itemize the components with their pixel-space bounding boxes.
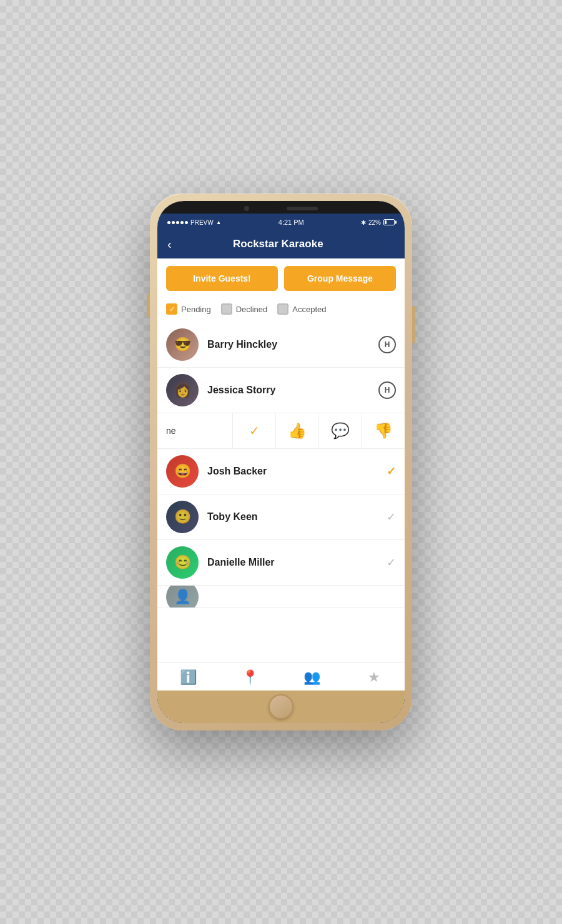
guest-row-danielle[interactable]: 😊 Danielle Miller ✓ xyxy=(157,540,405,586)
guest-name-toby: Toby Keen xyxy=(207,511,387,523)
star-icon: ★ xyxy=(368,669,380,686)
guest-row-toby[interactable]: 🙂 Toby Keen ✓ xyxy=(157,494,405,540)
guest-row-barry[interactable]: 😎 Barry Hinckley H xyxy=(157,322,405,368)
status-check-josh: ✓ xyxy=(387,464,396,478)
avatar-danielle: 😊 xyxy=(166,546,199,579)
thumbdown-icon: 👎 xyxy=(374,422,393,440)
status-left: PREVW ▲ xyxy=(167,219,222,226)
guest-name-barry: Barry Hinckley xyxy=(207,339,378,350)
guest-row-partial: 👤 xyxy=(157,586,405,608)
accepted-label: Accepted xyxy=(292,305,326,314)
bluetooth-icon: ✱ xyxy=(361,219,366,226)
status-h-jessica: H xyxy=(378,381,396,399)
action-swipe-row: ne ✓ 👍 💬 xyxy=(157,413,405,449)
bottom-nav: ℹ️ 📍 👥 ★ xyxy=(157,662,405,691)
people-icon: 👥 xyxy=(303,669,320,686)
avatar-barry: 😎 xyxy=(166,328,199,361)
filter-accepted[interactable]: Accepted xyxy=(277,303,326,315)
carrier-label: PREVW xyxy=(190,219,214,226)
status-right: ✱ 22% xyxy=(361,219,395,226)
guest-name-jessica: Jessica Storry xyxy=(207,385,378,396)
location-icon: 📍 xyxy=(242,669,259,686)
action-thumbup-button[interactable]: 👍 xyxy=(275,413,318,448)
avatar-jessica: 👩 xyxy=(166,374,199,406)
page-title: Rockstar Karaoke xyxy=(177,238,380,250)
battery-pct: 22% xyxy=(368,219,381,226)
home-button[interactable] xyxy=(269,694,293,719)
phone-device: PREVW ▲ 4:21 PM ✱ 22% ‹ Rockstar xyxy=(150,194,412,730)
guest-name-josh: Josh Backer xyxy=(207,466,387,477)
declined-label: Declined xyxy=(236,305,268,314)
declined-checkbox[interactable] xyxy=(221,303,232,315)
nav-item-people[interactable]: 👥 xyxy=(281,669,343,686)
action-buttons-row: Invite Guests! Group Message xyxy=(157,258,405,298)
nav-item-location[interactable]: 📍 xyxy=(219,669,281,686)
avatar-partial: 👤 xyxy=(166,586,199,608)
phone-top-bar xyxy=(157,201,405,214)
swipe-action-buttons: ✓ 👍 💬 👎 xyxy=(232,413,405,448)
battery-icon xyxy=(383,219,395,225)
guest-row-jessica[interactable]: 👩 Jessica Storry H xyxy=(157,368,405,413)
status-h-barry: H xyxy=(378,336,396,353)
guest-name-danielle: Danielle Miller xyxy=(207,557,387,568)
status-time: 4:21 PM xyxy=(279,219,304,226)
signal-dots xyxy=(167,221,188,224)
action-check-button[interactable]: ✓ xyxy=(232,413,275,448)
action-chat-button[interactable]: 💬 xyxy=(318,413,362,448)
speaker-grille xyxy=(287,207,318,210)
pending-checkbox[interactable]: ✓ xyxy=(166,303,177,315)
info-icon: ℹ️ xyxy=(180,669,197,686)
check-icon: ✓ xyxy=(249,423,260,438)
camera-dot xyxy=(244,206,249,211)
filter-declined[interactable]: Declined xyxy=(221,303,268,315)
home-button-area xyxy=(157,691,405,723)
status-check-danielle: ✓ xyxy=(387,556,396,569)
status-check-toby: ✓ xyxy=(387,510,396,524)
status-bar: PREVW ▲ 4:21 PM ✱ 22% xyxy=(157,214,405,230)
pending-label: Pending xyxy=(181,305,211,314)
guest-row-josh[interactable]: 😄 Josh Backer ✓ xyxy=(157,449,405,494)
avatar-josh: 😄 xyxy=(166,455,199,488)
action-thumbdown-button[interactable]: 👎 xyxy=(362,413,405,448)
accepted-checkbox[interactable] xyxy=(277,303,288,315)
guest-list: 😎 Barry Hinckley H 👩 Jessica Storry H xyxy=(157,322,405,662)
filter-pending[interactable]: ✓ Pending xyxy=(166,303,211,315)
chat-icon: 💬 xyxy=(331,422,350,440)
nav-item-info[interactable]: ℹ️ xyxy=(157,669,219,686)
main-content: Invite Guests! Group Message ✓ Pending D… xyxy=(157,258,405,691)
avatar-toby: 🙂 xyxy=(166,501,199,533)
nav-item-star[interactable]: ★ xyxy=(343,669,405,686)
nav-header: ‹ Rockstar Karaoke xyxy=(157,230,405,258)
group-message-button[interactable]: Group Message xyxy=(284,266,396,291)
back-button[interactable]: ‹ xyxy=(167,238,172,250)
partial-name: ne xyxy=(166,426,176,436)
wifi-icon: ▲ xyxy=(216,219,222,225)
invite-guests-button[interactable]: Invite Guests! xyxy=(166,266,278,291)
action-row-partial: ne xyxy=(157,413,232,448)
thumbup-icon: 👍 xyxy=(288,422,307,440)
filter-row: ✓ Pending Declined Accepted xyxy=(157,298,405,322)
